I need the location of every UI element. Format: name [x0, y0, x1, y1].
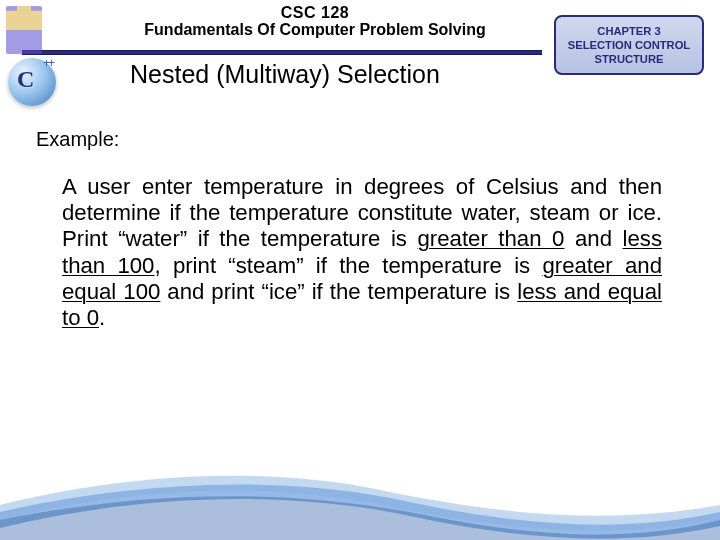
body-paragraph: A user enter temperature in degrees of C…: [62, 174, 662, 331]
section-title: Nested (Multiway) Selection: [130, 60, 440, 89]
slide: CSC 128 Fundamentals Of Computer Problem…: [0, 0, 720, 540]
cpp-logo-icon: C ++: [0, 54, 66, 114]
footer-wave-decoration: [0, 450, 720, 540]
example-label: Example:: [36, 128, 119, 151]
body-span-4: and print “ice” if the temperature is: [160, 279, 517, 304]
chapter-line-3: STRUCTURE: [595, 52, 664, 66]
header-divider: [22, 50, 542, 55]
university-logo-icon: [6, 6, 42, 54]
cpp-letter: C: [17, 66, 34, 93]
chapter-line-1: CHAPTER 3: [597, 24, 660, 38]
cpp-plus: ++: [43, 56, 53, 70]
chapter-line-2: SELECTION CONTROL: [568, 38, 690, 52]
chapter-box: CHAPTER 3 SELECTION CONTROL STRUCTURE: [554, 15, 704, 75]
body-span-5: .: [99, 305, 105, 330]
body-span-3: , print “steam” if the temperature is: [154, 253, 542, 278]
body-span-2: and: [564, 226, 622, 251]
underline-gt0: greater than 0: [418, 226, 565, 251]
